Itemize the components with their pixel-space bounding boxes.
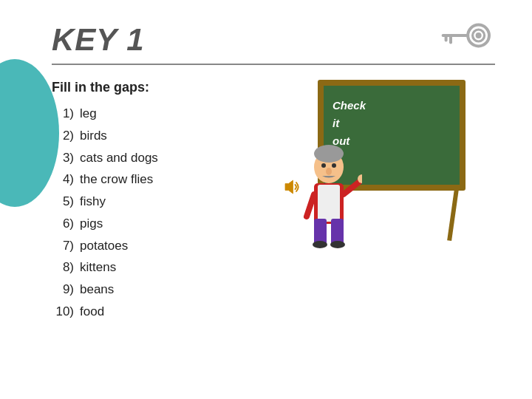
list-number: 6): [52, 213, 74, 235]
list-item: 5)fishy: [52, 191, 288, 213]
title-divider: [52, 64, 495, 65]
list-answer-text: birds: [80, 125, 107, 147]
list-answer-text: cats and dogs: [80, 147, 158, 169]
list-item: 2)birds: [52, 125, 288, 147]
svg-point-15: [321, 163, 326, 168]
board-leg-right: [447, 189, 459, 241]
list-answer-text: beans: [80, 279, 114, 301]
svg-line-19: [307, 194, 314, 216]
image-section: Check it out: [288, 80, 495, 250]
svg-point-14: [314, 145, 344, 163]
main-layout: Fill in the gaps: 1)leg2)birds3)cats and…: [52, 80, 495, 323]
text-section: Fill in the gaps: 1)leg2)birds3)cats and…: [52, 80, 288, 323]
list-answer-text: leg: [80, 103, 97, 125]
list-item: 10)food: [52, 301, 288, 323]
list-item: 4)the crow flies: [52, 168, 288, 191]
list-number: 9): [52, 279, 74, 301]
list-number: 5): [52, 191, 74, 213]
list-item: 9)beans: [52, 279, 288, 301]
svg-point-11: [313, 241, 327, 248]
svg-point-17: [326, 168, 332, 175]
list-answer-text: kittens: [80, 256, 116, 279]
list-answer-text: food: [80, 301, 104, 323]
list-item: 8)kittens: [52, 256, 288, 279]
list-item: 1)leg: [52, 103, 288, 125]
svg-point-12: [330, 241, 345, 248]
list-number: 1): [52, 103, 74, 125]
fill-instruction: Fill in the gaps:: [52, 80, 288, 95]
list-number: 2): [52, 125, 74, 147]
list-number: 7): [52, 235, 74, 257]
svg-point-16: [332, 163, 336, 168]
title-section: KEY 1: [52, 22, 495, 58]
answer-list: 1)leg2)birds3)cats and dogs4)the crow fl…: [52, 103, 288, 323]
content-wrapper: KEY 1 Fill in the gaps: 1)leg2)birds3)ca…: [0, 0, 532, 338]
page-title: KEY 1: [52, 22, 145, 57]
teacher-figure: [296, 132, 362, 250]
list-item: 7)potatoes: [52, 235, 288, 257]
svg-marker-6: [285, 180, 293, 194]
list-number: 3): [52, 147, 74, 169]
list-number: 8): [52, 256, 74, 279]
list-answer-text: potatoes: [80, 235, 128, 257]
list-number: 10): [52, 301, 74, 323]
list-item: 6)pigs: [52, 213, 288, 235]
list-answer-text: the crow flies: [80, 168, 153, 191]
svg-rect-8: [318, 185, 340, 222]
list-answer-text: pigs: [80, 213, 103, 235]
svg-rect-9: [314, 219, 327, 245]
list-item: 3)cats and dogs: [52, 147, 288, 169]
list-number: 4): [52, 168, 74, 191]
illustration: Check it out: [296, 80, 488, 250]
list-answer-text: fishy: [80, 191, 106, 213]
svg-rect-10: [331, 219, 344, 245]
